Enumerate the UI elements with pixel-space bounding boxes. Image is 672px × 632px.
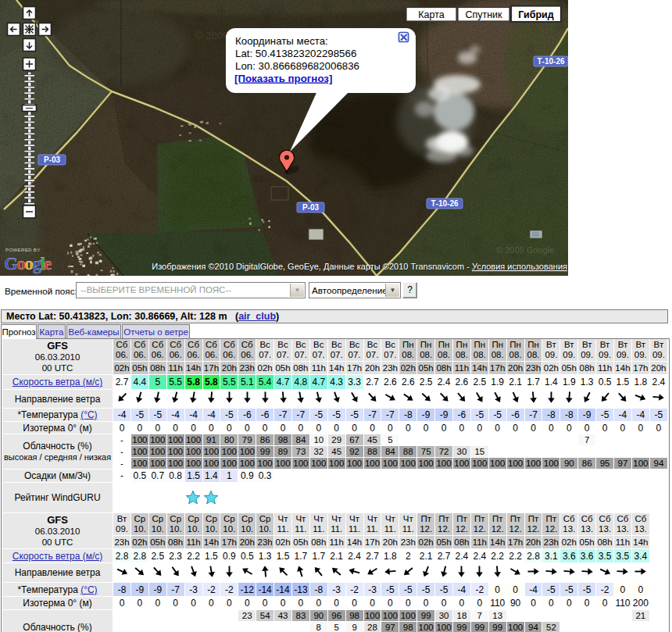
svg-text:[Показать прогноз]: [Показать прогноз] <box>234 73 332 84</box>
svg-text:Изображения ©2010 DigitalGlobe: Изображения ©2010 DigitalGlobe, GeoEye, … <box>152 262 567 271</box>
svg-text:Спутник: Спутник <box>465 9 502 20</box>
svg-text:Google: Google <box>4 254 52 273</box>
svg-text:Гибрид: Гибрид <box>518 9 554 20</box>
svg-text:POWERED BY: POWERED BY <box>5 248 41 252</box>
svg-text:Lon: 30.866689682006836: Lon: 30.866689682006836 <box>235 60 359 72</box>
svg-text:Р-03: Р-03 <box>302 203 320 212</box>
svg-text:Т-10-26: Т-10-26 <box>431 199 458 208</box>
svg-text:Карта: Карта <box>418 9 444 20</box>
svg-text:Т-10-26: Т-10-26 <box>537 57 564 66</box>
svg-text:Lat: 50.413823202298566: Lat: 50.413823202298566 <box>235 48 356 59</box>
svg-text:Р-03: Р-03 <box>44 155 61 164</box>
svg-text:Координаты места:: Координаты места: <box>235 35 328 47</box>
svg-text:© 2009 Google: © 2009 Google <box>496 245 554 255</box>
